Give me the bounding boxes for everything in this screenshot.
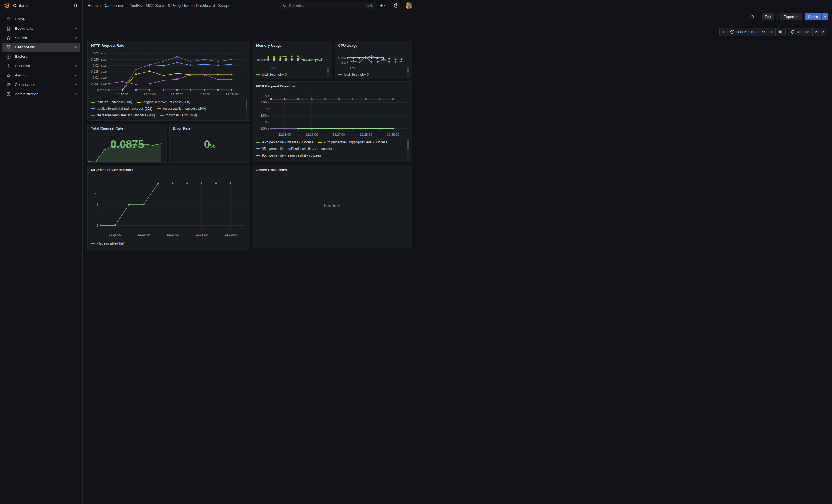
legend-item[interactable]: tools/call - success (200) xyxy=(91,120,133,120)
legend-color-marker xyxy=(157,108,161,109)
legend-item[interactable]: resources/templates/list - success (200) xyxy=(91,113,155,117)
legend-scrollbar[interactable] xyxy=(408,139,409,160)
breadcrumb-home[interactable]: Home xyxy=(87,3,98,8)
sidebar-item-label: Connections xyxy=(15,82,71,87)
svg-text:12:26:00: 12:26:00 xyxy=(144,93,156,96)
panel-memory-usage: Memory Usage 12:2516 MiB fetch-telemetry… xyxy=(253,41,332,79)
search-input[interactable]: Search... ⌘+k xyxy=(280,2,376,9)
svg-text:2.5: 2.5 xyxy=(94,192,99,195)
panel-title[interactable]: MCP Request Duration xyxy=(253,82,412,88)
chart[interactable]: 12:250.2%0% xyxy=(337,49,409,70)
svg-text:12:25: 12:25 xyxy=(270,66,278,70)
chevron-down-icon[interactable] xyxy=(74,74,77,76)
chart[interactable]: 12:25:0012:26:0012:27:0012:28:0012:29:00… xyxy=(90,176,248,239)
bookmark-icon xyxy=(6,26,11,31)
legend-item[interactable]: tools/call - error (404) xyxy=(160,113,197,117)
nav-divider xyxy=(390,3,390,8)
legend-scrollbar[interactable] xyxy=(246,99,248,119)
legend-item[interactable]: resources/list - success (200) xyxy=(157,107,206,111)
panel-title[interactable]: Active Goroutines xyxy=(253,165,412,172)
legend-item[interactable]: 95th percentile - resources/list - succe… xyxy=(256,154,321,157)
legend-item[interactable]: notifications/initialized - success (202… xyxy=(91,107,152,111)
connections-icon xyxy=(6,82,11,87)
sidebar-item-label: Alerting xyxy=(15,73,71,77)
svg-text:3 s: 3 s xyxy=(265,121,269,124)
chart[interactable]: 12:25:0012:26:0012:27:0012:28:0012:29:00… xyxy=(256,91,409,138)
sidebar-item-bookmarks[interactable]: Bookmarks xyxy=(2,24,80,33)
sidebar-item-administration[interactable]: Administration xyxy=(2,89,80,99)
sidebar-item-label: Dashboards xyxy=(15,45,71,49)
panel-mcp-request-duration: MCP Request Duration 12:25:0012:26:0012:… xyxy=(253,81,412,162)
legend-item[interactable]: initialize - success (200) xyxy=(91,100,132,104)
dashboards-grid-icon xyxy=(6,45,11,50)
legend-item[interactable]: - (streamable-http) xyxy=(91,242,124,245)
legend-color-marker xyxy=(137,102,141,103)
svg-text:12:27:00: 12:27:00 xyxy=(333,133,345,136)
stat-value: 0.0875 xyxy=(88,138,167,151)
legend-color-marker xyxy=(338,74,342,75)
panel-title[interactable]: Total Request Rate xyxy=(88,124,167,130)
legend-item[interactable]: fetch-telemetry-0 xyxy=(338,73,369,77)
panel-title[interactable]: Error Rate xyxy=(170,124,250,130)
legend-color-marker xyxy=(256,148,260,150)
legend-item[interactable]: 95th percentile - initialize - success xyxy=(256,140,313,144)
home-icon xyxy=(6,17,11,22)
breadcrumb-dashboards[interactable]: Dashboards xyxy=(103,3,124,8)
svg-text:12:28:00: 12:28:00 xyxy=(360,133,372,136)
sidebar-item-home[interactable]: Home xyxy=(2,15,80,24)
brand-label: Grafana xyxy=(13,3,27,8)
chevron-down-icon[interactable] xyxy=(74,37,77,39)
chevron-down-icon[interactable] xyxy=(74,84,77,85)
panel-title[interactable]: MCP Active Connections xyxy=(88,165,250,172)
legend-item[interactable]: tools/list - success (200) xyxy=(138,120,179,120)
add-button[interactable] xyxy=(379,2,387,8)
chart[interactable]: 12:2516 MiB xyxy=(255,49,330,70)
sidebar-item-dashboards[interactable]: Dashboards xyxy=(2,43,80,52)
legend-scrollbar[interactable] xyxy=(328,68,329,77)
sidebar-item-label: Starred xyxy=(15,36,71,40)
chevron-down-icon[interactable] xyxy=(74,27,77,29)
sidebar-item-connections[interactable]: Connections xyxy=(2,80,80,89)
panel-error-rate: Error Rate 0% xyxy=(170,124,250,163)
svg-text:12:28:00: 12:28:00 xyxy=(198,93,211,96)
svg-text:12:25:00: 12:25:00 xyxy=(279,133,291,136)
sidebar-item-drilldown[interactable]: Drilldown xyxy=(2,61,80,71)
legend-color-marker xyxy=(256,74,260,75)
legend-item[interactable]: logging/setLevel - success (200) xyxy=(137,100,190,104)
svg-text:12:25:00: 12:25:00 xyxy=(109,233,121,236)
sidebar-item-explore[interactable]: Explore xyxy=(2,52,80,61)
svg-text:12:25:00: 12:25:00 xyxy=(116,93,129,96)
help-icon[interactable] xyxy=(393,2,400,9)
legend: fetch-telemetry-0 xyxy=(256,71,323,78)
chevron-down-icon[interactable] xyxy=(74,93,77,95)
svg-text:0.005 req/s: 0.005 req/s xyxy=(91,82,107,85)
svg-text:0.01 req/s: 0.01 req/s xyxy=(93,76,107,79)
sidebar-item-starred[interactable]: Starred xyxy=(2,33,80,43)
stat-value: 0% xyxy=(170,138,250,151)
legend-scrollbar[interactable] xyxy=(407,68,409,77)
user-avatar[interactable] xyxy=(406,2,412,9)
svg-text:16 MiB: 16 MiB xyxy=(256,58,266,61)
chevron-down-icon[interactable] xyxy=(74,46,77,48)
breadcrumb-separator-icon: › xyxy=(100,3,101,8)
chart[interactable]: 12:25:0012:26:0012:27:0012:28:0012:29:00… xyxy=(90,50,248,97)
legend-item[interactable]: unknown - success (200) xyxy=(184,120,227,120)
svg-text:0.015 req/s: 0.015 req/s xyxy=(91,70,107,73)
legend-color-marker xyxy=(160,115,164,116)
panel-title[interactable]: CPU Usage xyxy=(335,41,412,48)
chevron-down-icon[interactable] xyxy=(74,65,77,67)
legend-item[interactable]: 95th percentile - notifications/initiali… xyxy=(256,147,333,151)
sidebar-toggle-icon[interactable] xyxy=(71,2,78,9)
legend-item[interactable]: 95th percentile - resources/templates/li… xyxy=(256,160,336,161)
legend-item[interactable]: 95th percentile - logging/setLevel - suc… xyxy=(318,140,387,144)
panel-title[interactable]: Memory Usage xyxy=(253,41,332,48)
svg-text:2.50 s: 2.50 s xyxy=(261,127,269,130)
svg-text:0.02 req/s: 0.02 req/s xyxy=(93,64,107,67)
svg-text:12:29:00: 12:29:00 xyxy=(224,233,237,236)
grafana-logo-icon xyxy=(4,2,10,8)
legend-item[interactable]: fetch-telemetry-0 xyxy=(256,73,287,77)
svg-text:2: 2 xyxy=(97,203,99,206)
sidebar-item-alerting[interactable]: Alerting xyxy=(2,71,80,80)
panel-http-request-rate: HTTP Request Rate 12:25:0012:26:0012:27:… xyxy=(87,41,250,121)
panel-title[interactable]: HTTP Request Rate xyxy=(88,41,250,48)
